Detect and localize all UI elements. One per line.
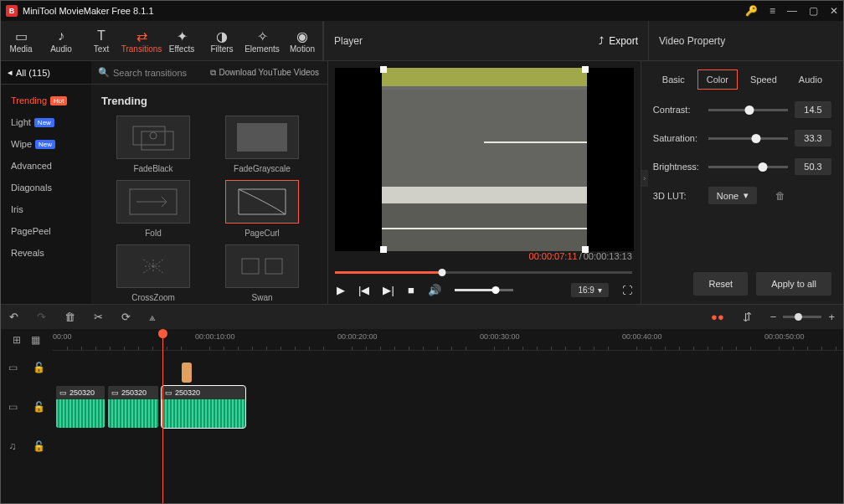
tool-filters[interactable]: ◑Filters [202, 21, 242, 60]
contrast-slider[interactable] [708, 109, 788, 111]
search-transitions-input[interactable]: 🔍 Search transitions [91, 67, 202, 78]
video-track-icon[interactable]: ▭ [8, 401, 18, 413]
delete-lut-icon[interactable]: 🗑 [775, 190, 785, 202]
audio-meter-icon[interactable]: ⇵ [743, 311, 752, 323]
aspect-ratio-select[interactable]: 16:9 ▾ [571, 283, 608, 297]
search-placeholder: Search transitions [113, 68, 187, 78]
transition-swan[interactable]: Swan [220, 244, 304, 302]
video-clip[interactable]: ▭250320 [108, 386, 158, 428]
lut-select[interactable]: None ▾ [708, 187, 757, 204]
transition-thumb[interactable] [116, 180, 190, 224]
maximize-icon[interactable]: ▢ [809, 5, 818, 17]
speed-button[interactable]: ⟳ [121, 311, 131, 323]
zoom-out-button[interactable]: − [770, 311, 777, 323]
transition-clip[interactable] [182, 363, 192, 383]
transition-thumb[interactable] [116, 116, 190, 159]
transition-fadeblack[interactable]: FadeBlack [111, 116, 195, 173]
add-marker-icon[interactable]: ⊞ [13, 334, 21, 346]
tool-elements[interactable]: ✧Elements [242, 21, 282, 60]
tool-effects[interactable]: ✦Effects [162, 21, 202, 60]
category-wipe[interactable]: Wipe New [1, 133, 91, 155]
tool-media[interactable]: ▭Media [1, 21, 41, 60]
audio-lock-icon[interactable]: 🔓 [33, 440, 45, 452]
fullscreen-button[interactable]: ⛶ [622, 285, 632, 296]
ruler-mark: 00:00:50:00 [764, 332, 805, 341]
tab-basic[interactable]: Basic [653, 69, 694, 90]
audio-track-head: ♫ 🔓 [1, 429, 53, 463]
preview-viewport[interactable] [335, 68, 634, 251]
video-clip[interactable]: ▭250320 [56, 386, 105, 428]
contrast-value[interactable]: 14.5 [795, 101, 831, 118]
play-button[interactable]: ▶ [337, 284, 345, 296]
transition-thumb[interactable] [116, 244, 190, 288]
category-trending[interactable]: Trending Hot [1, 90, 91, 111]
brightness-slider[interactable] [708, 166, 788, 168]
saturation-slider[interactable] [708, 137, 788, 140]
time-ruler[interactable]: 00:0000:00:10:0000:00:20:0000:00:30:0000… [53, 329, 843, 351]
tool-label: Audio [50, 44, 72, 54]
stop-button[interactable]: ■ [408, 284, 414, 296]
crop-button[interactable]: ⟁ [149, 311, 156, 323]
record-indicator-icon[interactable]: ●● [711, 311, 724, 323]
category-iris[interactable]: Iris [1, 198, 91, 220]
transition-fadegrayscale[interactable]: FadeGrayscale [220, 116, 304, 173]
overlay-track-icon[interactable]: ▭ [8, 362, 18, 373]
transition-thumb[interactable] [225, 116, 299, 159]
category-advanced[interactable]: Advanced [1, 155, 91, 177]
markers-icon[interactable]: ▦ [31, 334, 40, 346]
category-diagonals[interactable]: Diagonals [1, 177, 91, 198]
video-track[interactable]: ▭250320▭250320▭250320 [53, 384, 843, 429]
key-icon[interactable]: 🔑 [745, 5, 758, 17]
category-reveals[interactable]: Reveals [1, 242, 91, 264]
tab-speed[interactable]: Speed [741, 69, 786, 90]
transition-crosszoom[interactable]: CrossZoom [111, 244, 195, 302]
video-clip[interactable]: ▭250320 [162, 386, 245, 428]
overlay-lock-icon[interactable]: 🔓 [33, 362, 45, 373]
transition-thumb[interactable] [225, 180, 299, 224]
collapse-panel-button[interactable]: › [641, 170, 648, 187]
tool-label: Effects [169, 44, 194, 54]
redo-button[interactable]: ↷ [37, 311, 46, 323]
tab-color[interactable]: Color [697, 69, 738, 90]
audio-track[interactable] [53, 429, 843, 463]
zoom-slider[interactable] [783, 316, 821, 318]
tool-motion[interactable]: ◉Motion [282, 21, 322, 60]
minimize-icon[interactable]: — [787, 5, 797, 17]
tab-audio[interactable]: Audio [790, 69, 831, 90]
volume-icon[interactable]: 🔊 [428, 284, 441, 296]
tool-transitions[interactable]: ⇄Transitions [121, 21, 162, 60]
prev-frame-button[interactable]: |◀ [358, 284, 369, 296]
crop-handle-tl[interactable] [380, 66, 387, 73]
crop-handle-br[interactable] [582, 246, 589, 253]
delete-button[interactable]: 🗑 [64, 311, 75, 323]
cut-button[interactable]: ✂ [94, 311, 103, 323]
overlay-track[interactable] [53, 351, 843, 384]
category-pagepeel[interactable]: PagePeel [1, 220, 91, 242]
media-icon: ▭ [15, 28, 28, 44]
zoom-in-button[interactable]: + [828, 311, 835, 323]
transition-thumb[interactable] [225, 244, 299, 288]
crop-handle-tr[interactable] [582, 66, 589, 73]
tool-audio[interactable]: ♪Audio [41, 21, 81, 60]
category-light[interactable]: Light New [1, 111, 91, 133]
next-frame-button[interactable]: ▶| [383, 284, 394, 296]
apply-to-all-button[interactable]: Apply to all [756, 272, 831, 296]
audio-track-icon[interactable]: ♫ [9, 440, 17, 452]
playback-progress[interactable] [335, 268, 632, 276]
transition-fold[interactable]: Fold [111, 180, 195, 238]
crop-handle-bl[interactable] [380, 246, 387, 253]
brightness-value[interactable]: 50.3 [795, 158, 831, 175]
saturation-value[interactable]: 33.3 [795, 130, 831, 147]
volume-slider[interactable] [455, 289, 513, 291]
all-dropdown[interactable]: ◂All (115) [1, 61, 91, 84]
close-icon[interactable]: ✕ [830, 5, 838, 17]
transition-pagecurl[interactable]: PageCurl [220, 180, 304, 238]
playhead[interactable] [162, 329, 163, 503]
export-button[interactable]: ⤴ Export [599, 35, 638, 47]
reset-button[interactable]: Reset [693, 272, 748, 296]
download-youtube-button[interactable]: ⧉ Download YouTube Videos [202, 68, 328, 78]
hamburger-icon[interactable]: ≡ [769, 5, 775, 17]
undo-button[interactable]: ↶ [9, 311, 18, 323]
video-lock-icon[interactable]: 🔓 [33, 401, 45, 413]
tool-text[interactable]: TText [81, 21, 121, 60]
